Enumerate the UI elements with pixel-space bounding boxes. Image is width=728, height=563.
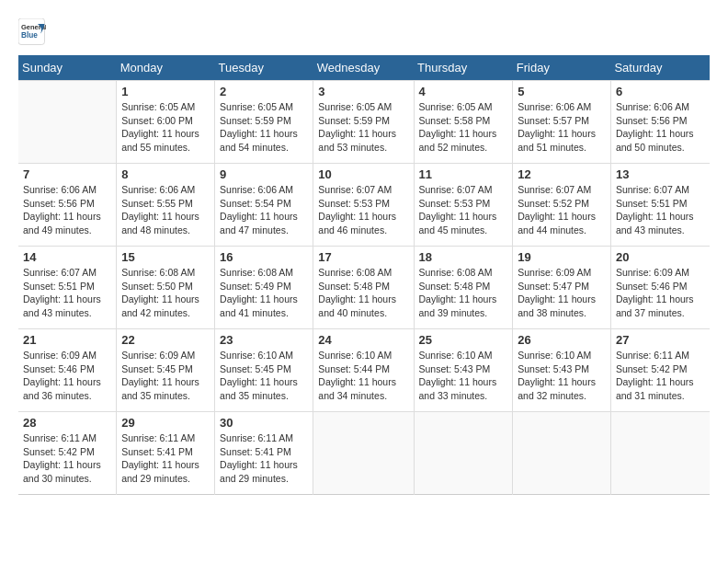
day-number: 17 xyxy=(318,250,408,264)
day-number: 4 xyxy=(419,85,508,98)
calendar-cell: 22Sunrise: 6:09 AMSunset: 5:45 PMDayligh… xyxy=(117,329,215,412)
calendar-week-3: 21Sunrise: 6:09 AMSunset: 5:46 PMDayligh… xyxy=(18,329,710,412)
day-info: Sunrise: 6:09 AMSunset: 5:47 PMDaylight:… xyxy=(518,266,606,320)
day-number: 28 xyxy=(23,416,111,430)
calendar-cell: 26Sunrise: 6:10 AMSunset: 5:43 PMDayligh… xyxy=(513,329,611,412)
day-info: Sunrise: 6:05 AMSunset: 6:00 PMDaylight:… xyxy=(121,100,210,155)
day-number: 19 xyxy=(518,250,606,264)
calendar-cell: 21Sunrise: 6:09 AMSunset: 5:46 PMDayligh… xyxy=(18,329,117,412)
day-info: Sunrise: 6:07 AMSunset: 5:52 PMDaylight:… xyxy=(518,183,606,237)
day-number: 21 xyxy=(23,333,111,347)
weekday-header-row: SundayMondayTuesdayWednesdayThursdayFrid… xyxy=(18,55,710,81)
day-number: 20 xyxy=(616,250,705,264)
day-number: 23 xyxy=(220,333,308,347)
day-info: Sunrise: 6:07 AMSunset: 5:53 PMDaylight:… xyxy=(419,183,508,237)
day-info: Sunrise: 6:10 AMSunset: 5:43 PMDaylight:… xyxy=(518,349,606,403)
calendar-week-4: 28Sunrise: 6:11 AMSunset: 5:42 PMDayligh… xyxy=(18,412,710,495)
day-info: Sunrise: 6:08 AMSunset: 5:48 PMDaylight:… xyxy=(419,266,508,320)
day-info: Sunrise: 6:11 AMSunset: 5:42 PMDaylight:… xyxy=(23,431,111,486)
calendar-cell: 3Sunrise: 6:05 AMSunset: 5:59 PMDaylight… xyxy=(313,81,414,164)
calendar-table: SundayMondayTuesdayWednesdayThursdayFrid… xyxy=(18,55,710,495)
day-number: 18 xyxy=(419,250,508,264)
calendar-cell xyxy=(513,412,611,495)
weekday-header-sunday: Sunday xyxy=(18,55,117,81)
calendar-week-2: 14Sunrise: 6:07 AMSunset: 5:51 PMDayligh… xyxy=(18,247,710,329)
calendar-cell: 7Sunrise: 6:06 AMSunset: 5:56 PMDaylight… xyxy=(18,164,117,247)
calendar-cell xyxy=(313,412,414,495)
calendar-cell xyxy=(414,412,513,495)
calendar-cell: 16Sunrise: 6:08 AMSunset: 5:49 PMDayligh… xyxy=(215,247,313,329)
calendar-body: 1Sunrise: 6:05 AMSunset: 6:00 PMDaylight… xyxy=(18,81,710,495)
day-info: Sunrise: 6:09 AMSunset: 5:46 PMDaylight:… xyxy=(23,349,111,403)
day-number: 5 xyxy=(518,85,606,98)
day-number: 15 xyxy=(121,250,210,264)
day-number: 27 xyxy=(616,333,705,347)
day-info: Sunrise: 6:07 AMSunset: 5:51 PMDaylight:… xyxy=(23,266,111,320)
calendar-cell: 19Sunrise: 6:09 AMSunset: 5:47 PMDayligh… xyxy=(513,247,611,329)
day-number: 12 xyxy=(518,167,606,181)
weekday-header-monday: Monday xyxy=(117,55,215,81)
weekday-header-friday: Friday xyxy=(513,55,611,81)
day-number: 1 xyxy=(121,85,210,98)
calendar-cell: 12Sunrise: 6:07 AMSunset: 5:52 PMDayligh… xyxy=(513,164,611,247)
day-number: 22 xyxy=(121,333,210,347)
calendar-cell: 8Sunrise: 6:06 AMSunset: 5:55 PMDaylight… xyxy=(117,164,215,247)
day-info: Sunrise: 6:06 AMSunset: 5:54 PMDaylight:… xyxy=(220,183,308,237)
calendar-cell: 6Sunrise: 6:06 AMSunset: 5:56 PMDaylight… xyxy=(610,81,710,164)
calendar-cell: 10Sunrise: 6:07 AMSunset: 5:53 PMDayligh… xyxy=(313,164,414,247)
calendar-cell: 17Sunrise: 6:08 AMSunset: 5:48 PMDayligh… xyxy=(313,247,414,329)
day-number: 14 xyxy=(23,250,111,264)
calendar-cell: 4Sunrise: 6:05 AMSunset: 5:58 PMDaylight… xyxy=(414,81,513,164)
calendar-cell: 13Sunrise: 6:07 AMSunset: 5:51 PMDayligh… xyxy=(610,164,710,247)
calendar-cell xyxy=(610,412,710,495)
day-info: Sunrise: 6:05 AMSunset: 5:59 PMDaylight:… xyxy=(220,100,308,155)
calendar-cell: 27Sunrise: 6:11 AMSunset: 5:42 PMDayligh… xyxy=(610,329,710,412)
day-info: Sunrise: 6:11 AMSunset: 5:41 PMDaylight:… xyxy=(220,431,308,486)
day-info: Sunrise: 6:10 AMSunset: 5:44 PMDaylight:… xyxy=(318,349,408,403)
day-number: 29 xyxy=(121,416,210,430)
day-number: 7 xyxy=(23,167,111,181)
calendar-cell: 25Sunrise: 6:10 AMSunset: 5:43 PMDayligh… xyxy=(414,329,513,412)
day-info: Sunrise: 6:06 AMSunset: 5:56 PMDaylight:… xyxy=(23,183,111,237)
logo-icon: General Blue xyxy=(18,18,46,46)
weekday-header-thursday: Thursday xyxy=(414,55,513,81)
day-number: 13 xyxy=(616,167,705,181)
day-info: Sunrise: 6:05 AMSunset: 5:59 PMDaylight:… xyxy=(318,100,408,155)
svg-text:Blue: Blue xyxy=(21,31,38,40)
calendar-cell: 14Sunrise: 6:07 AMSunset: 5:51 PMDayligh… xyxy=(18,247,117,329)
calendar-cell: 9Sunrise: 6:06 AMSunset: 5:54 PMDaylight… xyxy=(215,164,313,247)
day-number: 10 xyxy=(318,167,408,181)
calendar-cell: 24Sunrise: 6:10 AMSunset: 5:44 PMDayligh… xyxy=(313,329,414,412)
calendar-cell: 15Sunrise: 6:08 AMSunset: 5:50 PMDayligh… xyxy=(117,247,215,329)
calendar-week-0: 1Sunrise: 6:05 AMSunset: 6:00 PMDaylight… xyxy=(18,81,710,164)
calendar-cell: 23Sunrise: 6:10 AMSunset: 5:45 PMDayligh… xyxy=(215,329,313,412)
day-info: Sunrise: 6:11 AMSunset: 5:42 PMDaylight:… xyxy=(616,349,705,403)
day-info: Sunrise: 6:08 AMSunset: 5:48 PMDaylight:… xyxy=(318,266,408,320)
day-number: 2 xyxy=(220,85,308,98)
day-number: 24 xyxy=(318,333,408,347)
calendar-cell: 20Sunrise: 6:09 AMSunset: 5:46 PMDayligh… xyxy=(610,247,710,329)
weekday-header-saturday: Saturday xyxy=(610,55,710,81)
day-info: Sunrise: 6:10 AMSunset: 5:43 PMDaylight:… xyxy=(419,349,508,403)
calendar-cell: 11Sunrise: 6:07 AMSunset: 5:53 PMDayligh… xyxy=(414,164,513,247)
calendar-cell xyxy=(18,81,117,164)
day-info: Sunrise: 6:06 AMSunset: 5:56 PMDaylight:… xyxy=(616,100,705,155)
calendar-cell: 28Sunrise: 6:11 AMSunset: 5:42 PMDayligh… xyxy=(18,412,117,495)
calendar-cell: 29Sunrise: 6:11 AMSunset: 5:41 PMDayligh… xyxy=(117,412,215,495)
day-info: Sunrise: 6:05 AMSunset: 5:58 PMDaylight:… xyxy=(419,100,508,155)
weekday-header-wednesday: Wednesday xyxy=(313,55,414,81)
day-info: Sunrise: 6:09 AMSunset: 5:46 PMDaylight:… xyxy=(616,266,705,320)
day-info: Sunrise: 6:07 AMSunset: 5:51 PMDaylight:… xyxy=(616,183,705,237)
day-number: 3 xyxy=(318,85,408,98)
calendar-cell: 18Sunrise: 6:08 AMSunset: 5:48 PMDayligh… xyxy=(414,247,513,329)
day-info: Sunrise: 6:08 AMSunset: 5:50 PMDaylight:… xyxy=(121,266,210,320)
day-number: 16 xyxy=(220,250,308,264)
calendar-cell: 1Sunrise: 6:05 AMSunset: 6:00 PMDaylight… xyxy=(117,81,215,164)
day-number: 26 xyxy=(518,333,606,347)
day-number: 30 xyxy=(220,416,308,430)
page-header: General Blue xyxy=(18,18,710,46)
day-number: 9 xyxy=(220,167,308,181)
weekday-header-tuesday: Tuesday xyxy=(215,55,313,81)
calendar-cell: 2Sunrise: 6:05 AMSunset: 5:59 PMDaylight… xyxy=(215,81,313,164)
calendar-cell: 5Sunrise: 6:06 AMSunset: 5:57 PMDaylight… xyxy=(513,81,611,164)
